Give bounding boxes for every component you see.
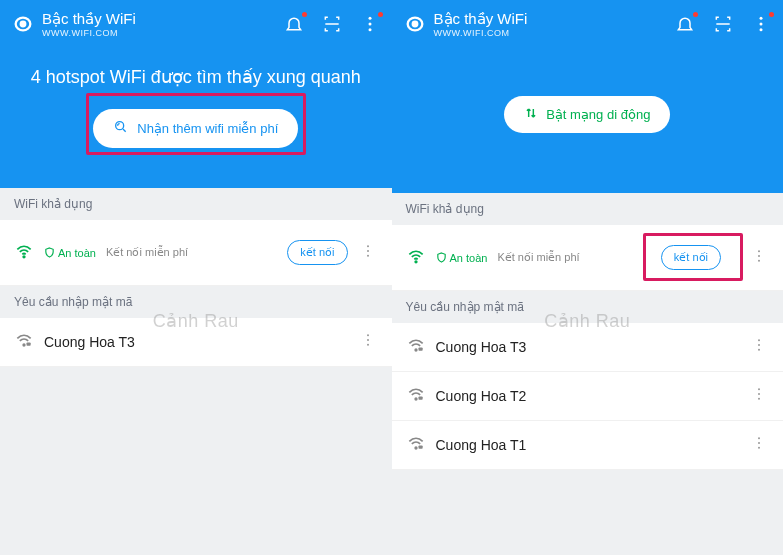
wifi-signal-icon bbox=[406, 246, 426, 270]
svg-point-17 bbox=[760, 28, 763, 31]
svg-point-31 bbox=[758, 398, 760, 400]
wifi-lock-icon bbox=[14, 330, 34, 354]
svg-point-20 bbox=[758, 255, 760, 257]
wifi-row[interactable]: Cuong Hoa T2 bbox=[392, 372, 784, 421]
svg-point-29 bbox=[758, 388, 760, 390]
scan-icon[interactable] bbox=[713, 14, 733, 34]
safe-badge: An toàn bbox=[44, 247, 96, 259]
bell-icon[interactable] bbox=[284, 14, 304, 34]
wifi-row[interactable]: An toàn Kết nối miễn phí kết nối bbox=[0, 220, 392, 286]
section-available: WiFi khả dụng bbox=[392, 193, 784, 225]
svg-point-8 bbox=[367, 255, 369, 257]
wifi-row[interactable]: Cuong Hoa T3 bbox=[392, 323, 784, 372]
free-label: Kết nối miễn phí bbox=[106, 246, 188, 259]
wifi-signal-icon bbox=[14, 241, 34, 265]
connect-button[interactable]: kết nối bbox=[661, 245, 721, 270]
cta-label: Bật mạng di động bbox=[546, 107, 650, 122]
banner: 4 hotspot WiFi được tìm thấy xung quanh … bbox=[0, 48, 392, 188]
screen-right: Bậc thầy WiFi WWW.WIFI.COM Bật mạng bbox=[392, 0, 784, 555]
scan-icon[interactable] bbox=[322, 14, 342, 34]
svg-point-18 bbox=[415, 261, 417, 263]
more-vertical-icon[interactable] bbox=[749, 337, 769, 357]
app-title: Bậc thầy WiFi bbox=[42, 10, 276, 28]
more-vertical-icon[interactable] bbox=[749, 248, 769, 268]
app-title: Bậc thầy WiFi bbox=[434, 10, 668, 28]
app-subtitle: WWW.WIFI.COM bbox=[434, 28, 668, 38]
connect-button[interactable]: kết nối bbox=[287, 240, 347, 265]
svg-point-5 bbox=[23, 256, 25, 258]
more-vertical-icon[interactable] bbox=[751, 14, 771, 34]
data-transfer-icon bbox=[524, 106, 538, 123]
app-header: Bậc thầy WiFi WWW.WIFI.COM bbox=[0, 0, 392, 48]
section-password: Yêu cầu nhập mật mã bbox=[392, 291, 784, 323]
search-wifi-icon bbox=[113, 119, 129, 138]
svg-point-9 bbox=[23, 345, 25, 347]
wifi-row[interactable]: An toàn Kết nối miễn phí kết nối bbox=[392, 225, 784, 291]
get-more-wifi-button[interactable]: Nhận thêm wifi miễn phí bbox=[93, 109, 298, 148]
banner: Bật mạng di động bbox=[392, 48, 784, 193]
svg-point-27 bbox=[415, 398, 417, 400]
svg-point-26 bbox=[758, 349, 760, 351]
svg-point-25 bbox=[758, 344, 760, 346]
svg-point-11 bbox=[367, 335, 369, 337]
bell-icon[interactable] bbox=[675, 14, 695, 34]
app-subtitle: WWW.WIFI.COM bbox=[42, 28, 276, 38]
svg-point-12 bbox=[367, 339, 369, 341]
svg-point-3 bbox=[368, 28, 371, 31]
empty-area bbox=[0, 367, 392, 555]
wifi-lock-icon bbox=[406, 384, 426, 408]
svg-point-24 bbox=[758, 339, 760, 341]
svg-point-6 bbox=[367, 245, 369, 247]
svg-point-4 bbox=[116, 122, 124, 130]
more-vertical-icon[interactable] bbox=[360, 14, 380, 34]
svg-rect-28 bbox=[418, 397, 422, 400]
svg-rect-10 bbox=[27, 343, 31, 346]
wifi-name: Cuong Hoa T1 bbox=[436, 437, 527, 453]
cta-label: Nhận thêm wifi miễn phí bbox=[137, 121, 278, 136]
section-available: WiFi khả dụng bbox=[0, 188, 392, 220]
more-vertical-icon[interactable] bbox=[358, 332, 378, 352]
banner-text: 4 hotspot WiFi được tìm thấy xung quanh bbox=[14, 66, 378, 89]
svg-point-35 bbox=[758, 442, 760, 444]
section-password: Yêu cầu nhập mật mã bbox=[0, 286, 392, 318]
safe-badge: An toàn bbox=[436, 252, 488, 264]
svg-point-34 bbox=[758, 437, 760, 439]
svg-point-21 bbox=[758, 259, 760, 261]
svg-point-1 bbox=[368, 17, 371, 20]
empty-area bbox=[392, 470, 784, 555]
wifi-logo-icon bbox=[404, 13, 426, 35]
app-header: Bậc thầy WiFi WWW.WIFI.COM bbox=[392, 0, 784, 48]
svg-rect-23 bbox=[418, 348, 422, 351]
wifi-lock-icon bbox=[406, 335, 426, 359]
svg-point-22 bbox=[415, 349, 417, 351]
wifi-logo-icon bbox=[12, 13, 34, 35]
enable-mobile-data-button[interactable]: Bật mạng di động bbox=[504, 96, 670, 133]
svg-point-13 bbox=[367, 344, 369, 346]
more-vertical-icon[interactable] bbox=[749, 386, 769, 406]
wifi-name: Cuong Hoa T3 bbox=[44, 334, 135, 350]
svg-point-19 bbox=[758, 250, 760, 252]
svg-point-0 bbox=[21, 22, 26, 27]
svg-point-30 bbox=[758, 393, 760, 395]
wifi-name: Cuong Hoa T3 bbox=[436, 339, 527, 355]
svg-rect-33 bbox=[418, 446, 422, 449]
more-vertical-icon[interactable] bbox=[358, 243, 378, 263]
more-vertical-icon[interactable] bbox=[749, 435, 769, 455]
free-label: Kết nối miễn phí bbox=[497, 251, 579, 264]
svg-point-7 bbox=[367, 250, 369, 252]
svg-point-32 bbox=[415, 447, 417, 449]
wifi-name: Cuong Hoa T2 bbox=[436, 388, 527, 404]
svg-point-15 bbox=[760, 17, 763, 20]
svg-point-2 bbox=[368, 23, 371, 26]
svg-point-16 bbox=[760, 23, 763, 26]
wifi-row[interactable]: Cuong Hoa T3 bbox=[0, 318, 392, 367]
svg-point-14 bbox=[412, 22, 417, 27]
wifi-row[interactable]: Cuong Hoa T1 bbox=[392, 421, 784, 470]
screen-left: Bậc thầy WiFi WWW.WIFI.COM 4 hotspot WiF… bbox=[0, 0, 392, 555]
svg-point-36 bbox=[758, 447, 760, 449]
wifi-lock-icon bbox=[406, 433, 426, 457]
